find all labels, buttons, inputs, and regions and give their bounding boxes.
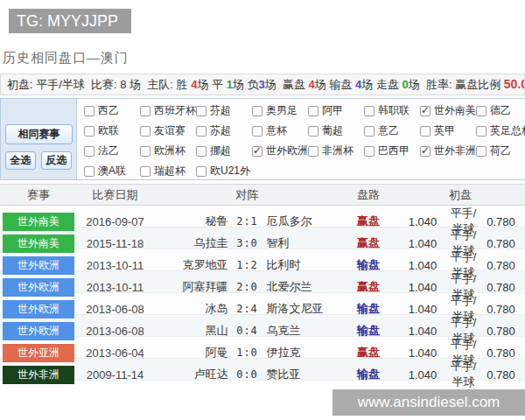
league-filter-item[interactable]: 芬超: [196, 103, 252, 118]
table-row: 世外南美 2016-09-07 秘鲁 2:1 厄瓜多尔 赢盘 1.040 平手/…: [0, 206, 525, 228]
league-filter-item[interactable]: 法乙: [84, 144, 140, 158]
league-checkbox[interactable]: [308, 106, 318, 116]
league-filter-item[interactable]: 非洲杯: [308, 144, 364, 158]
table-row: 世外欧洲 2013-10-11 克罗地亚 1:2 比利时 输盘 1.040 平手…: [0, 249, 525, 271]
league-filter-item[interactable]: 韩职联: [364, 103, 420, 118]
league-checkbox[interactable]: [476, 146, 486, 157]
league-cell: 世外欧洲: [0, 321, 77, 341]
league-checkbox[interactable]: [140, 126, 150, 136]
league-checkbox[interactable]: [364, 126, 374, 136]
result-cell: 赢盘: [341, 279, 396, 295]
league-cell: 世外南美: [0, 212, 77, 232]
table-row: 世外欧洲 2013-10-11 阿塞拜疆 2:0 北爱尔兰 赢盘 1.040 平…: [0, 271, 525, 293]
league-filter-item[interactable]: 葡超: [308, 123, 364, 138]
league-filter-item[interactable]: 瑞超杯: [140, 164, 196, 178]
match-score: 2:1: [228, 215, 267, 228]
league-filter-item[interactable]: 苏超: [196, 123, 252, 138]
match-score: 2:4: [228, 303, 267, 315]
league-label: 西班牙杯: [154, 103, 196, 118]
result-cell: 输盘: [341, 301, 396, 317]
league-filter-item[interactable]: 欧洲杯: [140, 144, 196, 158]
league-filter-item[interactable]: 英足总杯: [476, 123, 525, 138]
league-cell: 世外欧洲: [0, 256, 77, 276]
league-filter-item[interactable]: 世外非洲: [420, 144, 476, 158]
league-checkbox[interactable]: [140, 166, 150, 177]
league-filter-item[interactable]: 欧U21外: [196, 164, 252, 178]
result-cell: 输盘: [341, 367, 396, 382]
league-checkbox[interactable]: [364, 106, 374, 116]
league-checkbox[interactable]: [364, 146, 374, 157]
league-checkbox[interactable]: [140, 106, 150, 116]
matchup-cell: 克罗地亚 1:2 比利时: [153, 257, 341, 273]
league-checkbox[interactable]: [84, 106, 94, 116]
league-filter-item[interactable]: 阿甲: [308, 103, 364, 118]
league-checkbox[interactable]: [196, 106, 206, 116]
history-table: 赛事 比赛日期 对阵 盘路 初盘 世外南美 2016-09-07 秘鲁 2:1 …: [0, 184, 525, 381]
odds-close: 0.780: [477, 215, 525, 228]
history-table-body: 世外南美 2016-09-07 秘鲁 2:1 厄瓜多尔 赢盘 1.040 平手/…: [0, 206, 525, 381]
league-checkbox[interactable]: [196, 126, 206, 136]
odds-close: 0.780: [477, 303, 525, 316]
stats-segment: 4: [309, 78, 315, 91]
handicap-label: 平手/半球: [450, 359, 477, 390]
odds-open: 1.040: [396, 346, 450, 360]
league-checkbox[interactable]: [252, 126, 262, 136]
league-checkbox[interactable]: [420, 106, 430, 116]
home-team: 秘鲁: [153, 214, 228, 229]
league-filter-item[interactable]: 奥男足: [252, 103, 308, 118]
league-filter-item[interactable]: 德乙: [476, 103, 525, 118]
league-checkbox[interactable]: [420, 126, 430, 136]
league-checkbox[interactable]: [84, 146, 94, 157]
league-filter-item[interactable]: 巴西甲: [364, 144, 420, 158]
league-filter-item[interactable]: 意杯: [252, 123, 308, 138]
league-label: 欧U21外: [210, 164, 250, 178]
league-checkbox[interactable]: [308, 146, 318, 157]
invert-select-button[interactable]: 反选: [41, 151, 72, 170]
select-all-button[interactable]: 全选: [5, 151, 36, 170]
league-filter-item[interactable]: 世外南美: [420, 103, 476, 118]
matchup-cell: 卢旺达 0:0 赞比亚: [153, 367, 341, 382]
result-cell: 赢盘: [341, 235, 396, 251]
league-checkbox[interactable]: [140, 146, 150, 157]
league-checkbox[interactable]: [252, 106, 262, 116]
league-filter-item[interactable]: 荷乙: [476, 144, 525, 158]
league-filter-item[interactable]: 友谊赛: [140, 123, 196, 138]
league-checkbox[interactable]: [196, 166, 206, 177]
league-checkbox[interactable]: [476, 106, 486, 116]
odds-close: 0.780: [477, 325, 525, 338]
league-checkbox[interactable]: [196, 146, 206, 157]
league-filter-item[interactable]: 欧联: [84, 123, 140, 138]
stats-segment: 场 输盘: [315, 78, 355, 91]
league-filter-item[interactable]: 澳A联: [84, 164, 140, 178]
away-team: 厄瓜多尔: [267, 214, 342, 229]
league-filter-item[interactable]: 意乙: [364, 123, 420, 138]
league-filter-item[interactable]: 挪超: [196, 144, 252, 158]
league-label: 苏超: [210, 123, 231, 138]
league-filter-item[interactable]: 西乙: [84, 103, 140, 118]
league-checkbox[interactable]: [420, 146, 430, 157]
stats-segment: 初盘: 平手/半球 比赛: 8 场 主队: 胜: [7, 78, 191, 91]
league-label: 德乙: [490, 103, 511, 118]
league-checkbox[interactable]: [84, 126, 94, 136]
league-filter-item[interactable]: 世外欧洲: [252, 144, 308, 158]
league-checkbox[interactable]: [84, 166, 94, 177]
matchup-cell: 黑山 0:4 乌克兰: [153, 323, 341, 339]
league-checkbox[interactable]: [252, 146, 262, 157]
home-team: 卢旺达: [153, 367, 228, 382]
stats-segment: 0: [402, 78, 409, 91]
matchup-cell: 阿塞拜疆 2:0 北爱尔兰: [153, 279, 341, 295]
league-badge: 世外南美: [3, 213, 74, 231]
league-filter-item[interactable]: 英甲: [420, 123, 476, 138]
match-date: 2013-06-08: [77, 303, 153, 316]
same-event-button[interactable]: 相同赛事: [5, 124, 73, 144]
league-label: 葡超: [322, 123, 343, 138]
odds-open: 1.040: [396, 325, 450, 338]
page-title: 历史相同盘口—澳门: [3, 50, 129, 66]
away-team: 赞比亚: [267, 367, 342, 382]
league-badge: 世外欧洲: [3, 278, 74, 297]
league-checkbox[interactable]: [308, 126, 318, 136]
odds-open: 1.040: [396, 303, 450, 316]
league-checkbox[interactable]: [476, 126, 486, 136]
odds-close: 0.780: [477, 259, 525, 272]
league-filter-item[interactable]: 西班牙杯: [140, 103, 196, 118]
